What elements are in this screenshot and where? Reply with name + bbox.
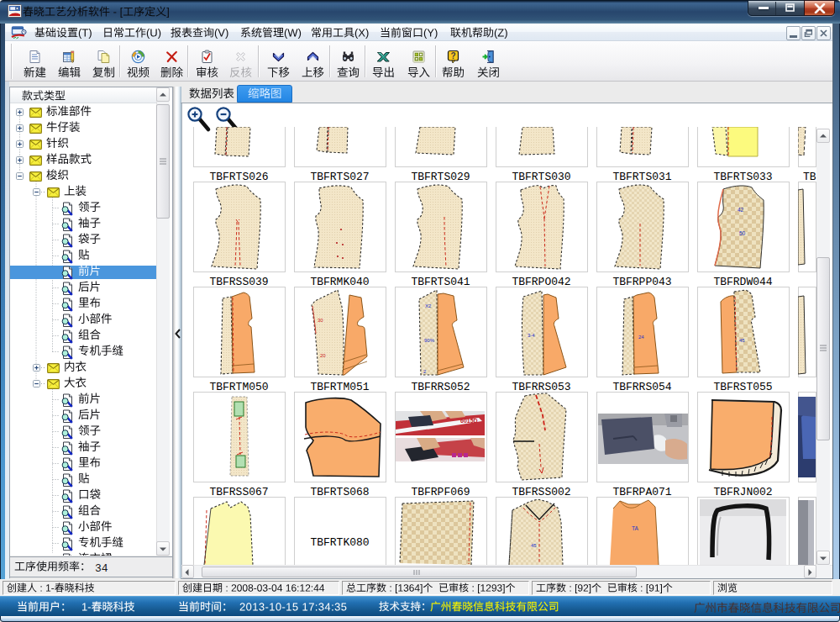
svg-text:45: 45 bbox=[531, 543, 537, 548]
svg-text:30: 30 bbox=[318, 318, 323, 323]
svg-text:X2: X2 bbox=[425, 303, 432, 308]
svg-text:24: 24 bbox=[638, 335, 644, 340]
svg-text:90%: 90% bbox=[424, 338, 435, 343]
svg-text:20: 20 bbox=[320, 353, 326, 358]
svg-text:TA: TA bbox=[632, 525, 638, 531]
svg-text:3-4: 3-4 bbox=[528, 333, 535, 338]
svg-text:42: 42 bbox=[738, 207, 744, 213]
svg-text:?: ? bbox=[451, 51, 456, 61]
svg-text:6015D: 6015D bbox=[460, 418, 478, 424]
svg-text:50: 50 bbox=[739, 230, 746, 236]
svg-text:45: 45 bbox=[739, 338, 745, 343]
